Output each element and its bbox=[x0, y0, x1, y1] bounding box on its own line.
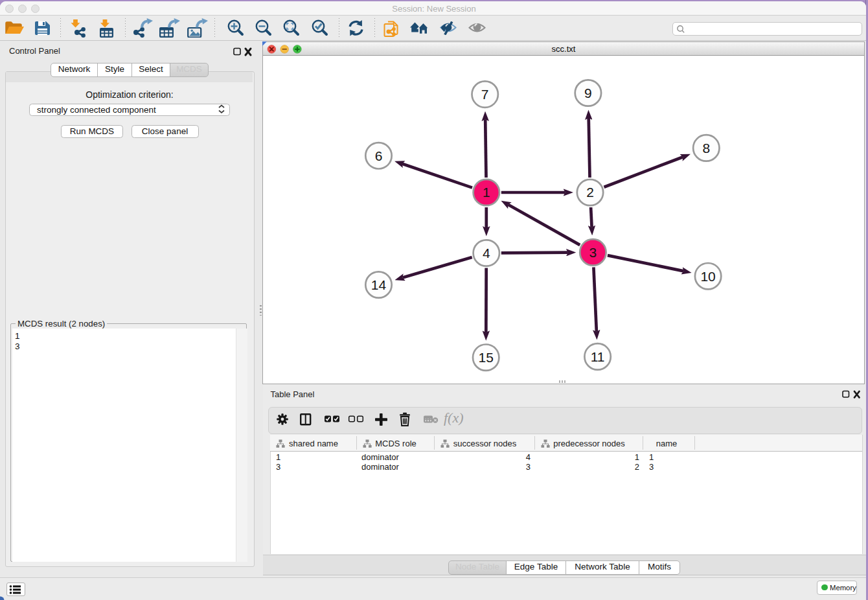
svg-text:8: 8 bbox=[702, 141, 710, 156]
svg-text:14: 14 bbox=[371, 277, 387, 292]
svg-text:1: 1 bbox=[483, 185, 490, 200]
svg-text:9: 9 bbox=[584, 86, 592, 100]
svg-text:7: 7 bbox=[481, 87, 489, 102]
svg-text:10: 10 bbox=[700, 269, 715, 284]
svg-text:15: 15 bbox=[479, 350, 494, 365]
svg-text:11: 11 bbox=[591, 349, 605, 364]
svg-text:6: 6 bbox=[375, 148, 383, 163]
svg-text:4: 4 bbox=[483, 246, 490, 260]
svg-text:2: 2 bbox=[586, 185, 594, 200]
svg-text:3: 3 bbox=[589, 245, 597, 260]
